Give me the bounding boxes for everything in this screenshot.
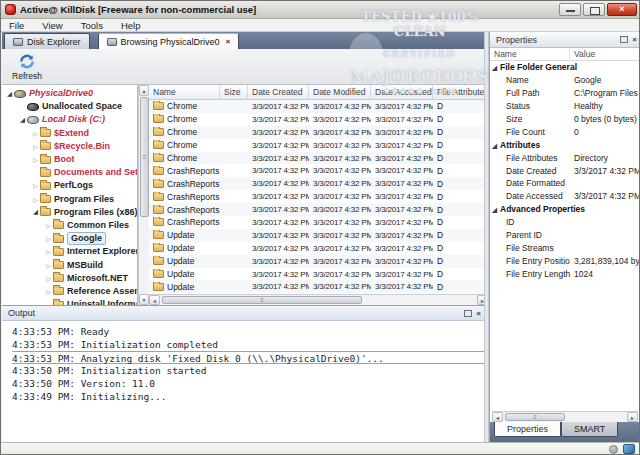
column-file-attributes[interactable]: File Attributes <box>433 85 487 99</box>
log-line[interactable]: 4:33:50 PM: Initialization started <box>12 364 484 377</box>
refresh-button[interactable]: Refresh <box>5 51 49 83</box>
property-date-accessed[interactable]: Date Accessed3/3/2017 4:32 PM <box>490 190 640 203</box>
expander-icon[interactable]: ▷ <box>31 196 40 203</box>
tree-item-microsoft-net[interactable]: ▷Microsoft.NET <box>2 272 137 285</box>
tree-item-uninstall-information[interactable]: Uninstall Information <box>2 298 137 305</box>
properties-close-icon[interactable]: × <box>632 36 637 43</box>
tree-item-unallocated-space[interactable]: Unallocated Space <box>2 100 137 113</box>
property-attributes[interactable]: ◢Attributes <box>490 138 640 151</box>
table-row[interactable]: CrashReports3/3/2017 4:32 PM3/3/2017 4:3… <box>149 216 487 229</box>
property-full-path[interactable]: Full PathC:\Program Files (x8 <box>490 87 640 100</box>
tree-item-recycle-bin[interactable]: ▷$Recycle.Bin <box>2 140 137 153</box>
column-name[interactable]: Name <box>149 85 220 99</box>
tree-item-msbuild[interactable]: ▷MSBuild <box>2 258 137 271</box>
table-row[interactable]: CrashReports3/3/2017 4:32 PM3/3/2017 4:3… <box>149 164 487 177</box>
tree-item-program-files[interactable]: ▷Program Files <box>2 193 137 206</box>
menu-view[interactable]: View <box>42 20 62 31</box>
tree-item-common-files[interactable]: ▷Common Files <box>2 219 137 232</box>
tree-item-documents-and-settings[interactable]: Documents and Settings <box>2 166 137 179</box>
tab-disk-explorer[interactable]: Disk Explorer <box>4 33 90 49</box>
log-line[interactable]: 4:33:53 PM: Ready <box>12 325 484 338</box>
log-line[interactable]: 4:33:53 PM: Analyzing disk 'Fixed Disk 0… <box>12 351 484 364</box>
scroll-right-icon[interactable]: ► <box>627 412 638 422</box>
scroll-down-icon[interactable]: ▼ <box>139 294 149 305</box>
minimize-button[interactable] <box>559 3 581 16</box>
expander-icon[interactable]: ◢ <box>18 116 27 124</box>
log-line[interactable]: 4:33:49 PM: Initializing... <box>12 390 484 403</box>
expander-icon[interactable]: ▷ <box>44 222 53 229</box>
table-row[interactable]: Chrome3/3/2017 4:32 PM3/3/2017 4:32 PM3/… <box>149 100 487 113</box>
table-row[interactable]: Update3/3/2017 4:32 PM3/3/2017 4:32 PM3/… <box>149 229 487 242</box>
column-date-accessed[interactable]: Date Accessed <box>371 85 433 99</box>
pin-icon[interactable] <box>464 310 472 317</box>
table-row[interactable]: Update3/3/2017 4:32 PM3/3/2017 4:32 PM3/… <box>149 255 487 268</box>
column-name[interactable]: Name <box>490 48 570 60</box>
table-row[interactable]: CrashReports3/3/2017 4:32 PM3/3/2017 4:3… <box>149 177 487 190</box>
file-list-scrollbar-thumb[interactable]: ≡ <box>162 296 362 304</box>
tree-item-local-disk-c[interactable]: ◢Local Disk (C:) <box>2 113 137 126</box>
property-date-formatted[interactable]: Date Formatted <box>490 177 640 190</box>
property-file-folder-general[interactable]: ◢File Folder General <box>490 61 640 74</box>
table-row[interactable]: CrashReports3/3/2017 4:32 PM3/3/2017 4:3… <box>149 190 487 203</box>
tree-item-google[interactable]: ▷Google <box>2 232 137 245</box>
menu-tools[interactable]: Tools <box>81 20 103 31</box>
expander-icon[interactable]: ▷ <box>44 235 53 242</box>
tab-close-icon[interactable]: × <box>226 37 231 46</box>
tree-item-perflogs[interactable]: ▷PerfLogs <box>2 179 137 192</box>
tab-properties[interactable]: Properties <box>494 422 561 437</box>
section-expander-icon[interactable]: ◢ <box>492 64 497 71</box>
property-advanced-properties[interactable]: ◢Advanced Properties <box>490 203 640 216</box>
property-file-entry-position[interactable]: File Entry Position3,281,839,104 bytes <box>490 254 640 267</box>
property-file-streams[interactable]: File Streams <box>490 241 640 254</box>
table-row[interactable]: Chrome3/3/2017 4:32 PM3/3/2017 4:32 PM3/… <box>149 139 487 152</box>
log-line[interactable]: 4:33:53 PM: Initialization completed <box>12 338 484 351</box>
tree-scrollbar-thumb[interactable]: ≡ <box>140 97 149 217</box>
table-row[interactable]: Update3/3/2017 4:32 PM3/3/2017 4:32 PM3/… <box>149 242 487 255</box>
properties-horizontal-scrollbar[interactable]: ◄ ≡ ► <box>492 411 638 422</box>
scroll-left-icon[interactable]: ◄ <box>149 295 160 305</box>
column-size[interactable]: Size <box>220 85 248 99</box>
pin-icon[interactable] <box>620 36 628 43</box>
expander-icon[interactable]: ◢ <box>5 90 14 98</box>
scroll-up-icon[interactable]: ▲ <box>139 85 149 96</box>
tree-item-internet-explorer[interactable]: ▷Internet Explorer <box>2 245 137 258</box>
file-list-horizontal-scrollbar[interactable]: ◄ ≡ ► <box>149 294 488 305</box>
property-size[interactable]: Size0 bytes (0 bytes) <box>490 113 640 126</box>
restore-button[interactable] <box>583 3 605 16</box>
property-file-count[interactable]: File Count0 <box>490 125 640 138</box>
expander-icon[interactable]: ▷ <box>44 275 53 282</box>
table-row[interactable]: Chrome3/3/2017 4:32 PM3/3/2017 4:32 PM3/… <box>149 152 487 165</box>
tab-smart[interactable]: SMART <box>561 422 618 437</box>
tree-item-program-files-x86[interactable]: ◢Program Files (x86) <box>2 206 137 219</box>
column-date-modified[interactable]: Date Modified <box>309 85 371 99</box>
column-value[interactable]: Value <box>570 48 595 60</box>
close-button[interactable]: × <box>607 3 637 16</box>
table-row[interactable]: Update3/3/2017 4:32 PM3/3/2017 4:32 PM3/… <box>149 268 487 281</box>
section-expander-icon[interactable]: ◢ <box>492 206 497 213</box>
property-parent-id[interactable]: Parent ID <box>490 229 640 242</box>
tree-item-boot[interactable]: ▷Boot <box>2 153 137 166</box>
menu-file[interactable]: File <box>9 20 24 31</box>
scroll-left-icon[interactable]: ◄ <box>492 412 503 422</box>
property-name[interactable]: NameGoogle <box>490 74 640 87</box>
expander-icon[interactable]: ▷ <box>44 288 53 295</box>
table-row[interactable]: Chrome3/3/2017 4:32 PM3/3/2017 4:32 PM3/… <box>149 113 487 126</box>
section-expander-icon[interactable]: ◢ <box>492 142 497 149</box>
status-monitor-icon[interactable] <box>623 444 635 454</box>
menu-help[interactable]: Help <box>121 20 141 31</box>
expander-icon[interactable]: ▷ <box>31 143 40 150</box>
expander-icon[interactable]: ◢ <box>31 208 40 216</box>
property-status[interactable]: StatusHealthy <box>490 100 640 113</box>
table-row[interactable]: Chrome3/3/2017 4:32 PM3/3/2017 4:32 PM3/… <box>149 126 487 139</box>
tab-browsing-physicaldrive0[interactable]: Browsing PhysicalDrive0 × <box>98 33 240 49</box>
log-line[interactable]: 4:33:50 PM: Version: 11.0 <box>12 377 484 390</box>
table-row[interactable]: Update3/3/2017 4:32 PM3/3/2017 4:32 PM3/… <box>149 280 487 293</box>
property-file-entry-length[interactable]: File Entry Length1024 <box>490 267 640 280</box>
expander-icon[interactable]: ▷ <box>31 182 40 189</box>
tree-item-physicaldrive0[interactable]: ◢PhysicalDrive0 <box>2 87 137 100</box>
property-file-attributes[interactable]: File AttributesDirectory <box>490 151 640 164</box>
expander-icon[interactable]: ▷ <box>31 156 40 163</box>
expander-icon[interactable]: ▷ <box>44 248 53 255</box>
tree-vertical-scrollbar[interactable]: ▲ ≡ ▼ <box>138 85 149 305</box>
properties-scrollbar-thumb[interactable]: ≡ <box>505 413 565 421</box>
